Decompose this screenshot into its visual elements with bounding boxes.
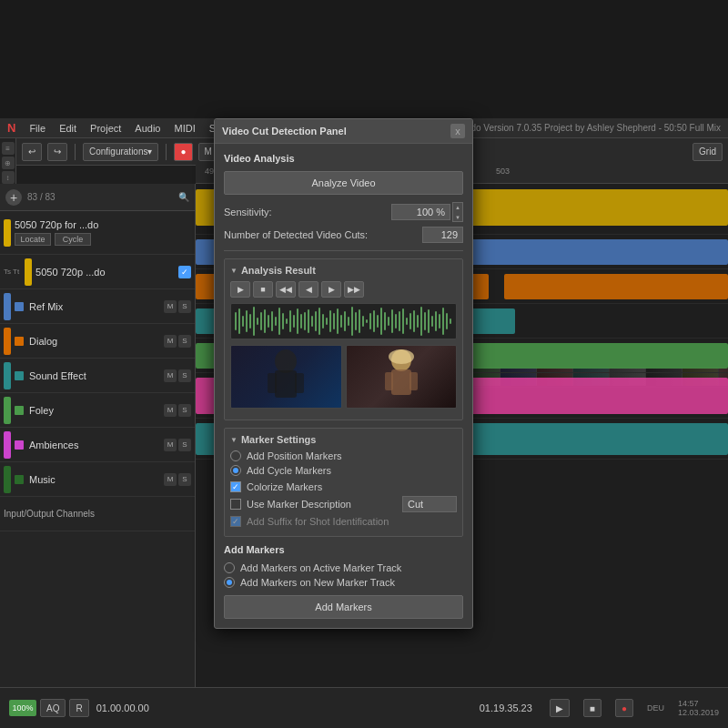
svg-rect-6 [257,318,258,325]
track-controls-sfx: M S [164,369,191,382]
pb-play[interactable]: ▶ [230,281,250,298]
redo-btn[interactable]: ↪ [47,143,67,161]
mute-btn-dialog[interactable]: M [164,335,177,348]
track-color-foley [4,397,11,424]
track-controls-foley: M S [164,404,191,417]
marker-desc-row: Use Marker Description [230,496,457,512]
active-track-radio-circle[interactable] [224,562,235,573]
marker-desc-input[interactable] [402,496,457,512]
mute-btn-ambiences[interactable]: M [164,439,177,451]
track-icon-ambiences [15,440,24,450]
dialog-close-btn[interactable]: x [450,124,465,138]
solo-btn-foley[interactable]: S [178,404,191,417]
detected-cuts-row: Number of Detected Video Cuts: [224,227,463,243]
use-desc-checkbox[interactable] [230,499,241,510]
transport-play[interactable]: ▶ [550,699,570,717]
sensitivity-input[interactable] [391,204,450,220]
triangle-icon: ▼ [230,267,238,275]
icon-2[interactable]: ⊕ [2,157,15,169]
transport-record[interactable]: ● [615,699,633,717]
solo-btn-music[interactable]: S [178,473,191,486]
sep2 [166,144,167,160]
mute-btn-foley[interactable]: M [164,404,177,417]
detected-cuts-input[interactable] [422,227,463,243]
add-position-radio[interactable]: Add Position Markers [230,450,457,461]
spin-up[interactable]: ▲ [453,203,462,213]
svg-rect-37 [369,313,371,329]
grid-btn[interactable]: Grid [693,143,723,161]
add-track-btn[interactable]: + [5,189,22,206]
menu-project[interactable]: Project [90,123,121,134]
active-track-label: Add Markers on Active Marker Track [240,562,401,573]
use-desc-checkbox-item[interactable]: Use Marker Description [230,499,351,510]
svg-rect-50 [417,315,419,328]
mute-btn-refmix[interactable]: M [164,300,177,313]
pb-next-next[interactable]: ▶▶ [344,281,364,298]
track-color-video2 [25,258,32,286]
active-track-radio[interactable]: Add Markers on Active Marker Track [224,562,463,573]
menu-midi[interactable]: MIDI [174,123,195,134]
svg-rect-16 [293,315,295,328]
cycle-radio-circle[interactable] [230,465,241,476]
r-btn[interactable]: R [69,699,88,717]
svg-rect-24 [322,314,324,329]
colorize-checkbox[interactable]: ✓ [230,481,241,492]
menu-audio[interactable]: Audio [135,123,160,134]
add-markers-btn[interactable]: Add Markers [224,595,463,619]
transport-stop[interactable]: ■ [583,699,602,717]
svg-rect-25 [326,318,328,325]
svg-rect-1 [238,308,240,334]
undo-btn[interactable]: ↩ [22,143,42,161]
search-icon[interactable]: 🔍 [178,192,189,202]
configurations-btn[interactable]: Configurations ▾ [83,143,158,161]
pb-stop[interactable]: ■ [253,281,273,298]
svg-rect-38 [373,310,375,332]
svg-point-64 [275,349,297,373]
pb-prev-prev[interactable]: ◀◀ [276,281,296,298]
check-btn[interactable]: ✓ [178,266,191,278]
icon-3[interactable]: ↕ [2,171,15,184]
colorize-checkbox-item[interactable]: ✓ Colorize Markers [230,481,457,492]
new-track-radio[interactable]: Add Markers on New Marker Track [224,577,463,588]
new-track-label: Add Markers on New Marker Track [240,577,395,588]
svg-rect-53 [428,309,430,333]
solo-btn-refmix[interactable]: S [178,300,191,313]
menu-edit[interactable]: Edit [59,123,76,134]
svg-rect-52 [424,312,426,330]
spin-down[interactable]: ▼ [453,213,462,223]
locate-btn[interactable]: Locate [15,233,51,246]
new-track-radio-circle[interactable] [224,577,235,588]
solo-btn-dialog[interactable]: S [178,335,191,348]
app-logo: N [7,121,15,135]
svg-rect-28 [337,308,339,334]
pb-next[interactable]: ▶ [321,281,341,298]
svg-rect-18 [300,314,302,329]
solo-btn-ambiences[interactable]: S [178,439,191,451]
block-dialog-2[interactable] [504,274,728,299]
pb-prev[interactable]: ◀ [298,281,318,298]
mute-btn-music[interactable]: M [164,473,177,486]
video-preview [230,345,457,409]
svg-rect-17 [297,308,298,334]
aq-btn[interactable]: AQ [40,699,66,717]
video-thumb-1 [230,345,342,409]
transport-btn1[interactable]: ● [174,143,192,161]
track-item-sfx: Sound Effect M S [0,359,195,393]
divider-1 [224,250,463,251]
person-silhouette-2 [365,348,438,407]
track-item-io: Input/Output Channels [0,497,195,531]
position-radio-circle[interactable] [230,450,241,461]
svg-rect-49 [413,310,415,332]
mute-btn-sfx[interactable]: M [164,369,177,382]
sep1 [75,144,76,160]
menu-file[interactable]: File [29,123,46,134]
cycle-btn[interactable]: Cycle [55,233,91,246]
waveform-svg [233,305,454,338]
track-item-music: Music M S [0,462,195,497]
sensitivity-spinner[interactable]: ▲ ▼ [452,202,463,222]
analyze-video-btn[interactable]: Analyze Video [224,171,463,195]
svg-rect-57 [442,308,444,335]
icon-1[interactable]: ≡ [2,142,15,155]
add-cycle-radio[interactable]: Add Cycle Markers [230,465,457,476]
solo-btn-sfx[interactable]: S [178,369,191,382]
